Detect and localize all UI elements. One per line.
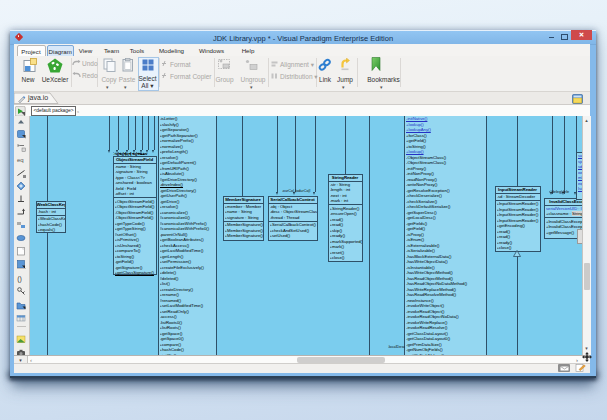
- svg-text:(): (): [17, 275, 22, 283]
- svg-text:eq: eq: [17, 157, 24, 163]
